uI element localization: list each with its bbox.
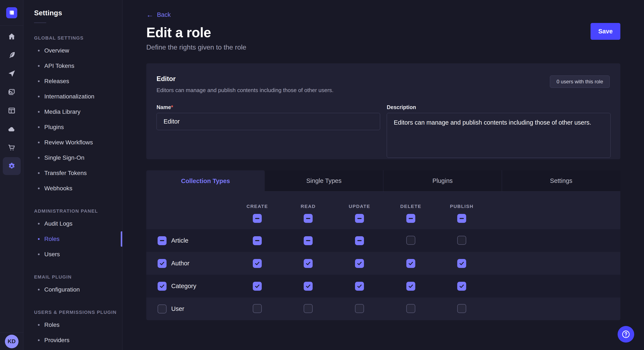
bullet-icon: [38, 96, 40, 97]
users-with-role-badge[interactable]: 0 users with this role: [550, 75, 610, 88]
media-library-icon[interactable]: [7, 87, 16, 97]
cell-wrap: [253, 259, 262, 268]
help-button[interactable]: [618, 326, 634, 343]
sidebar-item-api-tokens[interactable]: API Tokens: [24, 58, 122, 74]
feather-icon[interactable]: [7, 50, 16, 60]
sidebar-item-audit-logs[interactable]: Audit Logs: [24, 216, 122, 231]
author-create-checkbox[interactable]: [253, 259, 262, 268]
avatar[interactable]: KD: [5, 335, 18, 348]
description-textarea[interactable]: [387, 113, 610, 158]
category-create-checkbox[interactable]: [253, 282, 262, 291]
bullet-icon: [38, 339, 40, 341]
article-create-checkbox[interactable]: [253, 236, 262, 245]
name-input[interactable]: [156, 113, 380, 130]
sidebar-item-media-library[interactable]: Media Library: [24, 104, 122, 120]
sidebar-item-label: Internationalization: [44, 93, 94, 100]
row-label: User: [171, 305, 184, 312]
indeterminate-dash-icon: [255, 240, 260, 241]
category-update-checkbox[interactable]: [355, 282, 364, 291]
gear-icon[interactable]: [3, 157, 21, 175]
column-header-update: UPDATE: [349, 204, 370, 209]
bullet-icon: [38, 157, 40, 159]
author-delete-checkbox[interactable]: [406, 259, 415, 268]
select-all-read-checkbox[interactable]: [304, 214, 313, 223]
article-row-checkbox[interactable]: [158, 236, 166, 245]
check-icon: [254, 260, 260, 266]
user-read-checkbox[interactable]: [304, 304, 313, 313]
sidebar-item-configuration[interactable]: Configuration: [24, 282, 122, 297]
cloud-icon[interactable]: [7, 124, 16, 134]
author-publish-checkbox[interactable]: [457, 259, 466, 268]
category-delete-checkbox[interactable]: [406, 282, 415, 291]
cell-wrap: [457, 282, 466, 291]
tab-collection-types[interactable]: Collection Types: [146, 170, 265, 191]
header-checkbox-wrap: [304, 214, 313, 223]
cell-wrap: [457, 236, 466, 246]
save-button[interactable]: Save: [590, 23, 620, 40]
strapi-logo-icon[interactable]: [6, 7, 17, 18]
sidebar-item-transfer-tokens[interactable]: Transfer Tokens: [24, 166, 122, 181]
sidebar-item-single-sign-on[interactable]: Single Sign-On: [24, 150, 122, 166]
select-all-delete-checkbox[interactable]: [406, 214, 415, 223]
sidebar-item-releases[interactable]: Releases: [24, 74, 122, 89]
layout-icon[interactable]: [7, 106, 16, 115]
article-read-checkbox[interactable]: [304, 236, 313, 245]
cell-wrap: [406, 282, 415, 291]
check-icon: [159, 283, 165, 289]
bullet-icon: [38, 289, 40, 291]
category-row-checkbox[interactable]: [158, 282, 166, 291]
subnav-divider: [34, 22, 46, 23]
section-label: GLOBAL SETTINGS: [24, 35, 122, 41]
sidebar-item-review-workflows[interactable]: Review Workflows: [24, 135, 122, 150]
sidebar-item-overview[interactable]: Overview: [24, 43, 122, 58]
user-update-checkbox[interactable]: [355, 304, 364, 313]
article-publish-checkbox[interactable]: [457, 236, 466, 245]
article-delete-checkbox[interactable]: [406, 236, 415, 245]
select-all-create-checkbox[interactable]: [253, 214, 262, 223]
indeterminate-dash-icon: [409, 218, 413, 219]
tab-plugins[interactable]: Plugins: [383, 170, 502, 191]
paper-plane-icon[interactable]: [7, 69, 16, 78]
user-create-checkbox[interactable]: [253, 304, 262, 313]
column-header-delete: DELETE: [400, 204, 422, 209]
sidebar-item-roles[interactable]: Roles: [24, 231, 122, 247]
cell-wrap: [355, 259, 364, 268]
author-read-checkbox[interactable]: [304, 259, 313, 268]
permissions-table: CREATEREADUPDATEDELETEPUBLISH ArticleAut…: [146, 191, 620, 320]
tab-single-types[interactable]: Single Types: [265, 170, 383, 191]
select-all-publish-checkbox[interactable]: [457, 214, 466, 223]
category-publish-checkbox[interactable]: [457, 282, 466, 291]
sidebar-item-users[interactable]: Users: [24, 247, 122, 262]
bullet-icon: [38, 223, 40, 224]
sidebar-item-webhooks[interactable]: Webhooks: [24, 181, 122, 196]
category-read-checkbox[interactable]: [304, 282, 313, 291]
cell-wrap: [304, 259, 313, 268]
permissions-card: Collection TypesSingle TypesPluginsSetti…: [146, 170, 620, 320]
user-publish-checkbox[interactable]: [457, 304, 466, 313]
subnav-sections: GLOBAL SETTINGSOverviewAPI TokensRelease…: [24, 35, 122, 348]
header-checkbox-wrap: [406, 214, 415, 223]
cell-wrap: [457, 259, 466, 268]
cell-wrap: [355, 236, 364, 245]
back-link[interactable]: ← Back: [146, 11, 170, 18]
rail-footer: KD: [0, 333, 23, 350]
indeterminate-dash-icon: [357, 240, 362, 241]
sidebar-item-plugins[interactable]: Plugins: [24, 120, 122, 135]
sidebar-item-label: API Tokens: [44, 62, 74, 69]
author-update-checkbox[interactable]: [355, 259, 364, 268]
section-label: EMAIL PLUGIN: [24, 274, 122, 280]
cell-wrap: [457, 304, 466, 314]
select-all-update-checkbox[interactable]: [355, 214, 364, 223]
cart-icon[interactable]: [7, 143, 16, 152]
sidebar-item-providers[interactable]: Providers: [24, 333, 122, 348]
sidebar-item-internationalization[interactable]: Internationalization: [24, 89, 122, 104]
author-row-checkbox[interactable]: [158, 259, 166, 268]
user-row-checkbox[interactable]: [158, 305, 166, 313]
user-delete-checkbox[interactable]: [406, 304, 415, 313]
tab-settings[interactable]: Settings: [502, 170, 620, 191]
cell-wrap: [253, 236, 262, 245]
sidebar-item-roles[interactable]: Roles: [24, 317, 122, 333]
permission-row-author: Author: [146, 252, 620, 275]
home-icon[interactable]: [7, 32, 16, 41]
article-update-checkbox[interactable]: [355, 236, 364, 245]
